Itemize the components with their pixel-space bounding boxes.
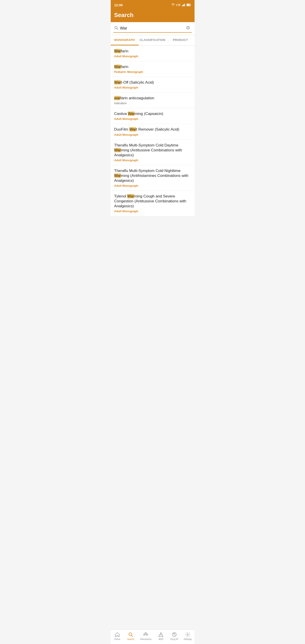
search-icon <box>114 26 118 31</box>
nav-search[interactable]: Search <box>125 631 136 641</box>
result-title: Warfarin <box>114 49 191 54</box>
status-time: 12:00 <box>114 3 123 7</box>
svg-line-24 <box>173 634 175 636</box>
nav-adr-label: ADR <box>158 638 163 640</box>
settings-icon <box>185 632 190 637</box>
adr-icon <box>158 632 164 637</box>
result-title: Wart-Off (Salicylic Acid) <box>114 80 191 85</box>
list-item[interactable]: Warfarin Adult Monograph <box>111 46 194 61</box>
drug-id-icon <box>172 632 177 637</box>
nav-adr[interactable]: ADR <box>155 631 167 641</box>
list-item[interactable]: warfarin anticoagulation Indication <box>111 92 194 108</box>
svg-point-22 <box>161 636 161 636</box>
svg-point-16 <box>147 634 148 635</box>
svg-rect-3 <box>184 4 185 6</box>
list-item[interactable]: Theraflu Multi-Symptom Cold Nighttime Wa… <box>111 165 194 191</box>
lte-icon: LTE <box>176 4 181 6</box>
result-subtitle: Pediatric Monograph <box>114 70 191 74</box>
search-bar-container <box>111 22 194 35</box>
wifi-icon <box>171 4 175 6</box>
svg-line-9 <box>117 28 118 30</box>
list-item[interactable]: Theraflu Multi-Symptom Cold Daytime Warm… <box>111 140 194 165</box>
result-title: DuoFilm Wart Remover (Salicylic Acid) <box>114 127 191 132</box>
svg-point-15 <box>144 634 145 635</box>
nav-settings-label: Settings <box>184 638 192 640</box>
nav-drug-id-label: Drug ID <box>170 638 178 640</box>
result-title: Theraflu Multi-Symptom Cold Nighttime Wa… <box>114 168 191 183</box>
clear-search-button[interactable] <box>185 26 191 31</box>
svg-rect-4 <box>185 4 185 6</box>
result-title: Theraflu Multi-Symptom Cold Daytime Warm… <box>114 143 191 158</box>
list-item[interactable]: Wart-Off (Salicylic Acid) Adult Monograp… <box>111 77 194 92</box>
nav-interactions-label: Interactions <box>140 638 152 640</box>
svg-rect-2 <box>183 4 184 6</box>
search-bar <box>113 24 192 33</box>
search-nav-icon <box>128 632 133 637</box>
result-title: warfarin anticoagulation <box>114 96 191 100</box>
svg-rect-6 <box>187 4 190 6</box>
svg-rect-1 <box>183 5 183 6</box>
svg-rect-7 <box>190 4 191 5</box>
nav-home[interactable]: Home <box>111 631 123 641</box>
result-title: Warfarin <box>114 64 191 69</box>
nav-home-label: Home <box>114 638 120 640</box>
battery-icon <box>186 4 191 6</box>
svg-line-14 <box>132 636 133 637</box>
search-input[interactable] <box>120 26 185 31</box>
nav-search-label: Search <box>127 638 134 640</box>
list-item[interactable]: Castiva Warming (Capsaicin) Adult Monogr… <box>111 108 194 124</box>
result-subtitle: Adult Monograph <box>114 133 191 136</box>
tab-classification[interactable]: CLASSIFICATION <box>139 35 166 46</box>
list-item[interactable]: Warfarin Pediatric Monograph <box>111 61 194 77</box>
status-icons: LTE <box>171 4 191 6</box>
svg-line-19 <box>146 634 147 634</box>
results-area: Warfarin Adult Monograph Warfarin Pediat… <box>111 46 194 234</box>
nav-drug-id[interactable]: Drug ID <box>168 631 180 641</box>
result-subtitle: Adult Monograph <box>114 158 191 162</box>
bottom-nav: Home Search Interactions ADR <box>111 630 194 644</box>
result-title: Tylenol Warming Cough and Severe Congest… <box>114 194 191 209</box>
list-item[interactable]: Tylenol Warming Cough and Severe Congest… <box>111 191 194 216</box>
result-subtitle: Adult Monograph <box>114 117 191 120</box>
tab-monograph[interactable]: MONOGRAPH <box>111 35 139 46</box>
tab-product[interactable]: PRODUCT <box>166 35 194 46</box>
svg-line-18 <box>145 634 145 634</box>
svg-point-25 <box>187 634 188 635</box>
status-bar: 12:00 LTE <box>111 0 194 10</box>
result-subtitle: Indication <box>114 102 191 105</box>
results-list: Warfarin Adult Monograph Warfarin Pediat… <box>111 46 194 216</box>
result-subtitle: Adult Monograph <box>114 184 191 188</box>
page-header: Search <box>111 10 194 22</box>
result-title: Castiva Warming (Capsaicin) <box>114 111 191 116</box>
home-icon <box>114 632 120 637</box>
result-subtitle: Adult Monograph <box>114 86 191 89</box>
nav-interactions[interactable]: Interactions <box>138 631 154 641</box>
interactions-icon <box>143 632 148 637</box>
tabs-container: MONOGRAPH CLASSIFICATION PRODUCT <box>111 35 194 46</box>
nav-settings[interactable]: Settings <box>182 631 194 641</box>
signal-icon <box>182 4 185 6</box>
result-subtitle: Adult Monograph <box>114 54 191 58</box>
result-subtitle: Adult Monograph <box>114 210 191 213</box>
list-item[interactable]: DuoFilm Wart Remover (Salicylic Acid) Ad… <box>111 124 194 140</box>
svg-rect-0 <box>182 5 183 6</box>
page-title: Search <box>114 12 134 18</box>
